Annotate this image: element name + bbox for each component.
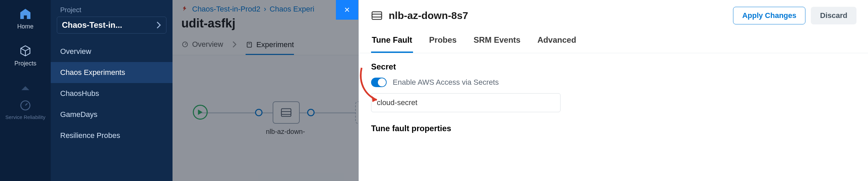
breadcrumb-item[interactable]: Chaos-Test-in-Prod2 (192, 5, 260, 14)
flow-node-dot[interactable] (255, 109, 262, 116)
discard-button[interactable]: Discard (811, 7, 856, 24)
panel-body: Secret Enable AWS Access via Secrets Tun… (359, 53, 868, 142)
sidebar: Project Chaos-Test-in... Overview Chaos … (51, 0, 173, 181)
project-selector[interactable]: Chaos-Test-in... (57, 17, 166, 34)
section-heading-properties: Tune fault properties (371, 124, 856, 133)
panel-header: nlb-az-down-8s7 Apply Changes Discard (359, 0, 868, 30)
svg-rect-5 (281, 112, 291, 116)
chevron-up-icon (18, 81, 32, 95)
breadcrumb-separator: › (264, 5, 266, 14)
sidebar-item-gamedays[interactable]: GameDays (51, 104, 173, 125)
home-icon (18, 7, 32, 21)
secret-toggle-row: Enable AWS Access via Secrets (371, 78, 856, 87)
panel-tab-srm-events[interactable]: SRM Events (473, 30, 521, 53)
flow-node[interactable] (273, 101, 300, 124)
secret-name-input[interactable] (371, 93, 561, 112)
sidebar-item-overview[interactable]: Overview (51, 41, 173, 62)
flow-node-caption: nlb-az-down- (266, 128, 305, 136)
panel-title: nlb-az-down-8s7 (389, 10, 468, 21)
toggle-label: Enable AWS Access via Secrets (393, 78, 499, 87)
project-name: Chaos-Test-in... (62, 20, 122, 30)
sidebar-item-chaoshubs[interactable]: ChaosHubs (51, 83, 173, 104)
apply-changes-button[interactable]: Apply Changes (733, 7, 805, 24)
panel-tab-probes[interactable]: Probes (429, 30, 457, 53)
svg-rect-2 (247, 42, 251, 47)
rail-item-home[interactable]: Home (17, 7, 33, 30)
cube-icon (18, 44, 32, 58)
subtab-separator (232, 41, 237, 48)
fault-panel: nlb-az-down-8s7 Apply Changes Discard Tu… (359, 0, 868, 181)
rail-item-projects[interactable]: Projects (14, 44, 36, 67)
rail-item-label: Home (17, 23, 33, 30)
flow-node-dot[interactable] (307, 109, 315, 116)
chaos-icon (181, 5, 189, 13)
sidebar-heading: Project (51, 6, 173, 14)
section-heading-secret: Secret (371, 62, 856, 72)
rail-item-label: Projects (14, 60, 36, 67)
sidebar-item-resilience-probes[interactable]: Resilience Probes (51, 125, 173, 146)
sidebar-item-chaos-experiments[interactable]: Chaos Experiments (51, 62, 173, 83)
subtab-experiment[interactable]: Experiment (246, 40, 294, 55)
gauge-icon (18, 98, 32, 113)
nav-rail: Home Projects Service Reliability (0, 0, 51, 181)
enable-aws-secrets-toggle[interactable] (371, 78, 387, 87)
flask-icon (246, 41, 253, 48)
panel-close-button[interactable]: × (336, 0, 358, 20)
subtab-label: Experiment (256, 40, 294, 49)
rail-item-label: Service Reliability (5, 115, 45, 120)
rail-item-service-reliability[interactable]: Service Reliability (5, 98, 45, 120)
panel-tabs: Tune Fault Probes SRM Events Advanced (359, 30, 868, 53)
panel-tab-advanced[interactable]: Advanced (537, 30, 577, 53)
subtab-label: Overview (192, 40, 223, 49)
flow-start-node[interactable] (193, 105, 208, 120)
dial-icon (181, 41, 189, 48)
stacks-icon (371, 11, 383, 21)
close-icon: × (344, 4, 350, 15)
subtab-overview[interactable]: Overview (181, 40, 223, 49)
panel-actions: Apply Changes Discard (733, 7, 856, 24)
breadcrumb-item[interactable]: Chaos Experi (270, 5, 314, 14)
rail-item-up[interactable] (18, 81, 32, 95)
panel-tab-tune-fault[interactable]: Tune Fault (371, 30, 413, 53)
chevron-right-icon (156, 21, 161, 29)
